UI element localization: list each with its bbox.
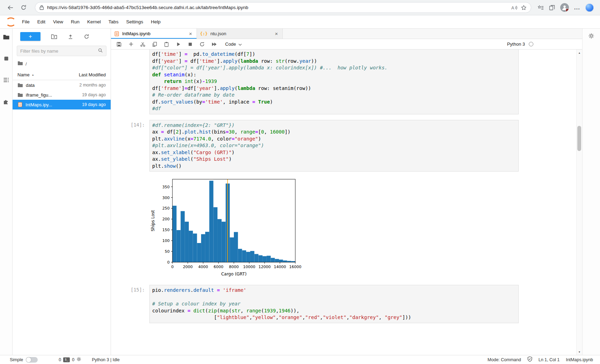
cut-button[interactable]: [138, 40, 147, 48]
menu-item-run[interactable]: Run: [67, 15, 83, 28]
folder-file-icon: [17, 83, 23, 88]
browser-back-button[interactable]: [5, 2, 15, 13]
file-browser-icon[interactable]: [3, 34, 10, 40]
kernels-count[interactable]: 0: [72, 357, 74, 362]
statusbar-right: Mode: Command Ln 1, Col 1 IntMaps.ipynb: [488, 356, 593, 363]
file-modified: 19 days ago: [82, 102, 106, 107]
kernel-idle-icon[interactable]: [529, 42, 533, 46]
simple-mode-toggle[interactable]: [26, 357, 38, 363]
close-tab-icon[interactable]: ×: [274, 31, 279, 37]
running-counts[interactable]: 0 $_ 0: [59, 357, 81, 363]
trust-shield-icon: [527, 356, 532, 363]
menu-item-help[interactable]: Help: [147, 15, 164, 28]
menu-item-view[interactable]: View: [49, 15, 67, 28]
menu-item-kernel[interactable]: Kernel: [83, 15, 105, 28]
notebook-cells: df['time'] = pd.to_datetime(df[7])df['ye…: [111, 50, 576, 355]
kernel-name[interactable]: Python 3: [507, 41, 525, 47]
upload-button[interactable]: [68, 34, 73, 39]
file-name: IntMaps.ipy...: [25, 102, 79, 107]
cell-editor[interactable]: df['time'] = pd.to_datetime(df[7])df['ye…: [149, 50, 519, 114]
favorites-icon[interactable]: [538, 5, 544, 10]
cell-content: #df.rename(index={2: "GRT"})ax = df[2].p…: [149, 120, 519, 280]
svg-text:0: 0: [167, 260, 170, 265]
run-all-button[interactable]: [209, 40, 218, 48]
breadcrumb-root[interactable]: /: [25, 61, 27, 67]
notebook-toolbar-buttons: [114, 40, 218, 48]
new-folder-button[interactable]: [51, 34, 57, 39]
menu-item-tabs[interactable]: Tabs: [105, 15, 123, 28]
cursor-position[interactable]: Ln 1, Col 1: [539, 357, 560, 362]
scrollbar-thumb[interactable]: [577, 126, 581, 151]
restart-button[interactable]: [198, 40, 207, 48]
extensions-puzzle-icon[interactable]: [3, 98, 9, 105]
stop-button[interactable]: [186, 40, 195, 48]
refresh-icon: [21, 5, 27, 10]
file-name: iframe_figu...: [26, 92, 79, 98]
copilot-icon[interactable]: [585, 3, 594, 12]
notebook-file-icon: [17, 102, 23, 107]
svg-text:Cargo (GRT): Cargo (GRT): [221, 272, 247, 276]
jupyter-menubar-items: FileEditViewRunKernelTabsSettingsHelp: [18, 15, 164, 28]
read-aloud-icon[interactable]: A: [511, 5, 518, 10]
scroll-down-icon[interactable]: ▼: [577, 349, 582, 355]
terminals-count[interactable]: 0: [59, 357, 61, 362]
json-file-icon: {:}: [200, 31, 208, 36]
run-button[interactable]: [174, 40, 183, 48]
svg-text:2000: 2000: [183, 265, 193, 269]
copy-button[interactable]: [150, 40, 159, 48]
menu-item-edit[interactable]: Edit: [34, 15, 49, 28]
file-row-intmaps-ipy[interactable]: IntMaps.ipy...19 days ago: [13, 100, 111, 109]
file-modified: 2 months ago: [79, 83, 106, 88]
add-favorite-icon[interactable]: [521, 5, 527, 10]
kernel-sessions-icon: [76, 357, 81, 363]
tab-label: IntMaps.ipynb: [122, 31, 185, 36]
notebook-scrollbar[interactable]: ▲ ▼: [576, 50, 582, 355]
save-button[interactable]: [114, 40, 124, 48]
folder-file-icon: [17, 93, 23, 97]
cell-editor[interactable]: #df.rename(index={2: "GRT"})ax = df[2].p…: [149, 120, 519, 172]
cell-type-dropdown[interactable]: Code: [223, 41, 244, 47]
site-lock-icon[interactable]: [39, 5, 44, 10]
more-options-icon[interactable]: ...: [574, 6, 580, 9]
column-header-name[interactable]: Name ▲: [17, 72, 79, 77]
jupyter-logo: [6, 17, 15, 27]
document-tabbar: IntMaps.ipynb×{:}ntu.json×: [111, 29, 582, 39]
menu-item-file[interactable]: File: [18, 15, 34, 28]
table-of-contents-icon[interactable]: [3, 77, 9, 83]
cell-prompt: [114, 50, 149, 114]
menu-item-settings[interactable]: Settings: [122, 15, 147, 28]
file-list: data2 months agoiframe_figu...19 days ag…: [13, 80, 111, 109]
browser-refresh-button[interactable]: [18, 2, 29, 13]
file-row-iframe-figu[interactable]: iframe_figu...19 days ago: [13, 90, 111, 100]
refresh-file-list-button[interactable]: [84, 34, 89, 39]
svg-text:6000: 6000: [214, 265, 223, 269]
new-launcher-button[interactable]: +: [20, 32, 40, 41]
code-cell: [15]:pio.renderers.default = 'iframe' # …: [114, 285, 519, 323]
right-activity-bar: [582, 29, 600, 355]
close-tab-icon[interactable]: ×: [188, 31, 193, 37]
svg-text:200: 200: [162, 217, 170, 221]
file-row-data[interactable]: data2 months ago: [13, 80, 111, 90]
browser-actions: ...: [538, 3, 595, 12]
collections-icon[interactable]: [549, 5, 555, 10]
paste-button[interactable]: [162, 40, 171, 48]
terminal-icon: $_: [63, 357, 70, 362]
tab-ntu-json[interactable]: {:}ntu.json×: [197, 29, 283, 39]
svg-text:300: 300: [162, 196, 170, 200]
tab-intmaps-ipynb[interactable]: IntMaps.ipynb×: [111, 29, 197, 39]
browser-address-bar[interactable]: https://vis-58af1976-3d05-466d-aba5-47bc…: [35, 2, 531, 13]
filter-files-input[interactable]: [20, 48, 96, 54]
running-sessions-icon[interactable]: [3, 55, 9, 62]
command-mode-indicator[interactable]: Mode: Command: [488, 357, 521, 362]
code-cell: [14]:#df.rename(index={2: "GRT"})ax = df…: [114, 120, 519, 280]
profile-avatar[interactable]: [560, 3, 569, 12]
property-inspector-gear-icon[interactable]: [588, 33, 594, 39]
scroll-up-icon[interactable]: ▲: [577, 50, 582, 55]
svg-text:Ships Lost: Ships Lost: [150, 210, 155, 231]
jupyter-menubar: FileEditViewRunKernelTabsSettingsHelp: [0, 15, 600, 29]
column-header-modified[interactable]: Last Modified: [79, 72, 106, 77]
insert-cell-button[interactable]: [126, 40, 135, 48]
cell-editor[interactable]: pio.renderers.default = 'iframe' # Setup…: [149, 285, 519, 323]
kernel-status-text[interactable]: Python 3 | Idle: [92, 357, 120, 362]
home-folder-icon[interactable]: [17, 61, 23, 67]
